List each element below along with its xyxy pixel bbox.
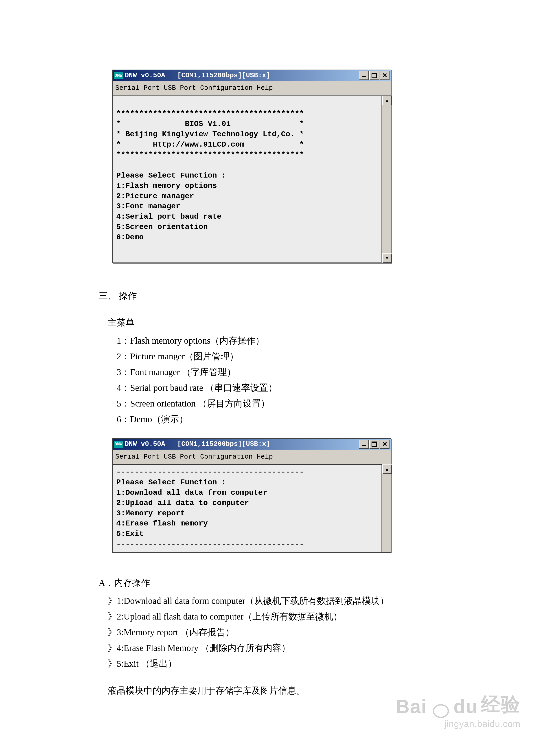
scroll-down-icon[interactable]: ▼	[382, 254, 392, 263]
window-titlebar[interactable]: DNW DNW v0.50A [COM1,115200bps][USB:x] ✕	[113, 70, 391, 81]
list-item: 2：Picture manger（图片管理）	[117, 349, 435, 364]
app-icon: DNW	[114, 441, 123, 448]
minimize-button[interactable]	[359, 71, 369, 80]
memory-ops-list: 》1:Download all data form computer（从微机下载…	[108, 593, 435, 672]
close-button[interactable]: ✕	[380, 440, 389, 449]
paw-icon	[430, 697, 450, 717]
window-title: DNW v0.50A [COM1,115200bps][USB:x]	[125, 69, 359, 81]
menu-configuration[interactable]: Configuration	[200, 451, 253, 463]
subheading-main-menu: 主菜单	[108, 315, 435, 331]
list-item: 》4:Erase Flash Memory （删除内存所有内容）	[108, 640, 435, 656]
menu-help[interactable]: Help	[257, 82, 273, 94]
app-icon: DNW	[114, 72, 123, 79]
footnote-text: 液晶模块中的内存主要用于存储字库及图片信息。	[108, 683, 435, 698]
main-menu-list: 1：Flash memory options（内存操作） 2：Picture m…	[117, 333, 435, 427]
minimize-button[interactable]	[359, 440, 369, 449]
list-item: 3：Font manager （字库管理）	[117, 364, 435, 380]
watermark-url: jingyan.baidu.com	[396, 719, 521, 729]
section-heading-memory: A．内存操作	[99, 575, 435, 591]
terminal-output: ----------------------------------------…	[113, 464, 382, 552]
window-controls: ✕	[359, 71, 389, 80]
watermark-brand-cn: 经验	[481, 691, 521, 717]
menu-usb-port[interactable]: USB Port	[164, 451, 196, 463]
scroll-up-icon[interactable]: ▲	[382, 96, 392, 105]
list-item: 》5:Exit （退出）	[108, 656, 435, 672]
maximize-button[interactable]	[369, 440, 379, 449]
menu-serial-port[interactable]: Serial Port	[115, 451, 160, 463]
list-item: 》1:Download all data form computer（从微机下载…	[108, 593, 435, 609]
window-title: DNW v0.50A [COM1,115200bps][USB:x]	[125, 438, 359, 450]
list-item: 5：Screen orientation （屏目方向设置）	[117, 396, 435, 412]
list-item: 6：Demo（演示）	[117, 412, 435, 427]
list-item: 4：Serial port baud rate （串口速率设置）	[117, 380, 435, 396]
menu-bar: Serial Port USB Port Configuration Help	[113, 81, 391, 96]
menu-serial-port[interactable]: Serial Port	[115, 82, 160, 94]
list-item: 1：Flash memory options（内存操作）	[117, 333, 435, 349]
list-item: 》2:Upload all flash data to computer（上传所…	[108, 609, 435, 625]
vertical-scrollbar[interactable]: ▲ ▼	[382, 96, 391, 263]
list-item: 》3:Memory report （内存报告）	[108, 625, 435, 640]
section-heading-operation: 三、 操作	[99, 288, 435, 304]
watermark: Baidu 经验 jingyan.baidu.com	[396, 691, 521, 729]
window-controls: ✕	[359, 440, 389, 449]
watermark-logo: Baidu 经验	[396, 691, 521, 717]
terminal-output: ****************************************…	[113, 96, 382, 263]
menu-bar: Serial Port USB Port Configuration Help	[113, 449, 391, 465]
menu-usb-port[interactable]: USB Port	[164, 82, 196, 94]
menu-configuration[interactable]: Configuration	[200, 82, 253, 94]
close-button[interactable]: ✕	[380, 71, 389, 80]
menu-help[interactable]: Help	[257, 451, 273, 463]
vertical-scrollbar[interactable]: ▲	[382, 464, 391, 552]
window-titlebar[interactable]: DNW DNW v0.50A [COM1,115200bps][USB:x] ✕	[113, 439, 391, 449]
terminal-window-1: DNW DNW v0.50A [COM1,115200bps][USB:x] ✕…	[112, 69, 391, 263]
terminal-window-2: DNW DNW v0.50A [COM1,115200bps][USB:x] ✕…	[112, 438, 391, 553]
scroll-up-icon[interactable]: ▲	[382, 464, 392, 474]
maximize-button[interactable]	[369, 71, 379, 80]
